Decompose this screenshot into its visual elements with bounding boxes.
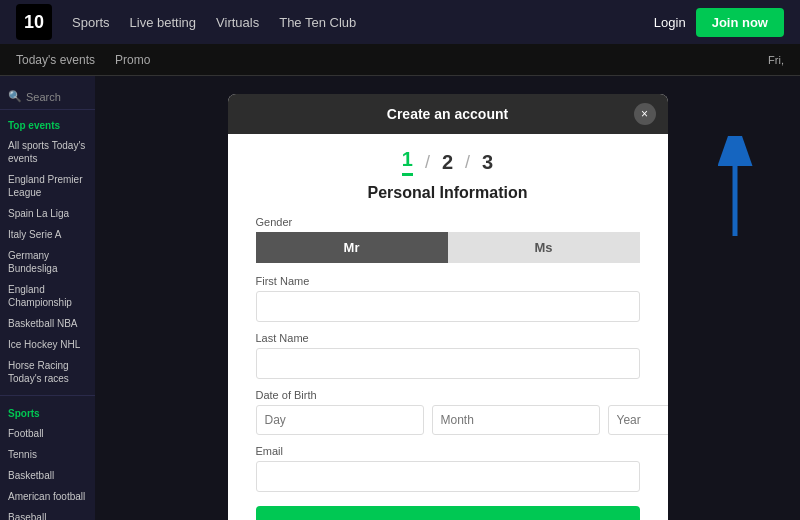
step-sep-2: / <box>465 152 470 173</box>
email-group: Email <box>256 445 640 492</box>
dob-month-input[interactable] <box>432 405 600 435</box>
gender-selector: Mr Ms <box>256 232 640 263</box>
gender-ms-button[interactable]: Ms <box>448 232 640 263</box>
promo-link[interactable]: Promo <box>115 53 150 67</box>
sidebar-item-england-championship[interactable]: England Championship <box>0 279 95 313</box>
join-button[interactable]: Join now <box>696 8 784 37</box>
nav-links: Sports Live betting Virtuals The Ten Clu… <box>72 15 654 30</box>
search-icon: 🔍 <box>8 90 22 103</box>
steps-indicator: 1 / 2 / 3 <box>228 134 668 184</box>
sidebar-item-horse-racing[interactable]: Horse Racing Today's races <box>0 355 95 389</box>
last-name-input[interactable] <box>256 348 640 379</box>
nav-virtuals[interactable]: Virtuals <box>216 15 259 30</box>
first-name-group: First Name <box>256 275 640 322</box>
nav-sports[interactable]: Sports <box>72 15 110 30</box>
modal-close-button[interactable]: × <box>634 103 656 125</box>
modal-body: Personal Information Gender Mr Ms First … <box>228 184 668 520</box>
sidebar-divider <box>0 395 95 396</box>
main-layout: 🔍 Search Top events All sports Today's e… <box>0 76 800 520</box>
modal-title: Create an account <box>387 106 508 122</box>
email-label: Email <box>256 445 640 457</box>
sidebar-item-basketball-nba[interactable]: Basketball NBA <box>0 313 95 334</box>
last-name-label: Last Name <box>256 332 640 344</box>
gender-label: Gender <box>256 216 640 228</box>
sidebar-item-all-sports[interactable]: All sports Today's events <box>0 135 95 169</box>
login-button[interactable]: Login <box>654 15 686 30</box>
sidebar-item-england-pl[interactable]: England Premier League <box>0 169 95 203</box>
dob-group: Date of Birth <box>256 389 640 435</box>
modal-header: Create an account × <box>228 94 668 134</box>
dob-day-input[interactable] <box>256 405 424 435</box>
sports-title: Sports <box>0 402 95 423</box>
sidebar: 🔍 Search Top events All sports Today's e… <box>0 76 95 520</box>
nav-right: Login Join now <box>654 8 784 37</box>
sidebar-item-basketball[interactable]: Basketball <box>0 465 95 486</box>
date-info: Fri, <box>768 54 784 66</box>
email-input[interactable] <box>256 461 640 492</box>
step-3: 3 <box>482 151 493 174</box>
sidebar-item-ice-hockey-nhl[interactable]: Ice Hockey NHL <box>0 334 95 355</box>
search-box[interactable]: 🔍 Search <box>0 84 95 110</box>
gender-mr-button[interactable]: Mr <box>256 232 448 263</box>
sidebar-item-baseball[interactable]: Baseball <box>0 507 95 520</box>
top-events-title: Top events <box>0 114 95 135</box>
step-1: 1 <box>402 148 413 176</box>
nav-ten-club[interactable]: The Ten Club <box>279 15 356 30</box>
dob-label: Date of Birth <box>256 389 640 401</box>
dob-row <box>256 405 640 435</box>
last-name-group: Last Name <box>256 332 640 379</box>
search-label: Search <box>26 91 61 103</box>
modal-overlay: Create an account × 1 / 2 / 3 Personal I… <box>95 76 800 520</box>
content-area: Create an account × 1 / 2 / 3 Personal I… <box>95 76 800 520</box>
sidebar-item-football[interactable]: Football <box>0 423 95 444</box>
sidebar-item-tennis[interactable]: Tennis <box>0 444 95 465</box>
sidebar-item-spain-la-liga[interactable]: Spain La Liga <box>0 203 95 224</box>
header: 10 Sports Live betting Virtuals The Ten … <box>0 0 800 44</box>
sub-header: Today's events Promo Fri, <box>0 44 800 76</box>
sidebar-item-italy-serie-a[interactable]: Italy Serie A <box>0 224 95 245</box>
sidebar-item-american-football[interactable]: American football <box>0 486 95 507</box>
dob-year-input[interactable] <box>608 405 668 435</box>
logo-icon: 10 <box>16 4 52 40</box>
nav-live-betting[interactable]: Live betting <box>130 15 197 30</box>
today-events-link[interactable]: Today's events <box>16 53 95 67</box>
next-button[interactable]: Next <box>256 506 640 520</box>
registration-modal: Create an account × 1 / 2 / 3 Personal I… <box>228 94 668 520</box>
first-name-input[interactable] <box>256 291 640 322</box>
step-2: 2 <box>442 151 453 174</box>
sidebar-item-germany-bundesliga[interactable]: Germany Bundesliga <box>0 245 95 279</box>
first-name-label: First Name <box>256 275 640 287</box>
sub-header-right: Fri, <box>768 54 784 66</box>
step-sep-1: / <box>425 152 430 173</box>
form-title: Personal Information <box>256 184 640 202</box>
